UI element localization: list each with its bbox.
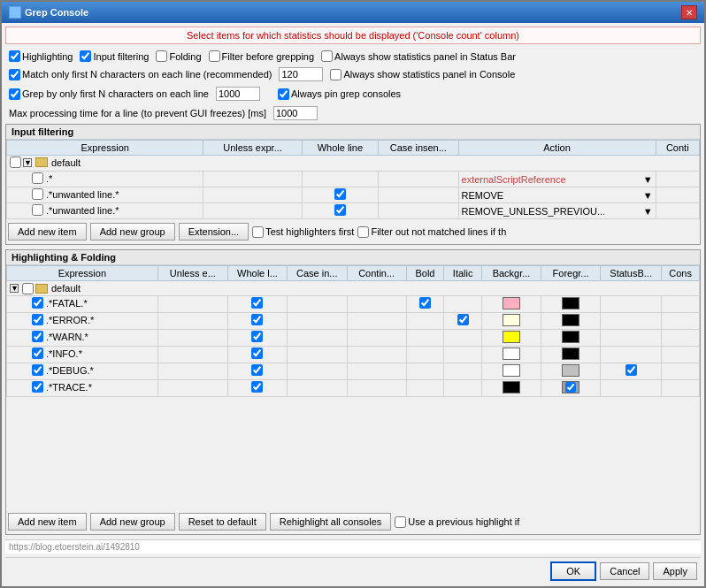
input-whole-3 [302,203,378,219]
highlighting-title: Highlighting & Folding [6,250,700,265]
app-icon [9,6,21,19]
always-show-console-label: Always show statistics panel in Console [343,69,515,80]
hl-fg-color-fatal[interactable] [562,297,579,309]
hl-col-cons: Cons [662,266,700,281]
add-new-group-hl-button[interactable]: Add new group [90,513,175,531]
hl-enabled-trace[interactable] [32,381,43,393]
match-first-n-input[interactable] [279,67,323,81]
hl-fg-color-debug[interactable] [562,364,579,377]
hl-expr-fatal: .*FATAL.* [7,295,158,312]
ok-button[interactable]: OK [550,561,596,581]
input-enabled-1[interactable] [32,172,43,184]
hl-group-enabled[interactable] [22,283,34,294]
hl-fg-trace-check[interactable] [565,382,576,393]
grep-first-n-input[interactable] [216,87,260,101]
input-action-dropdown-1[interactable]: ▼ [643,174,653,185]
highlighting-checkbox[interactable] [9,50,20,62]
hl-contin-fatal [347,295,406,312]
test-highlighters-label: Test highlighters first [265,226,354,237]
always-show-status-checkbox[interactable] [321,50,333,62]
grep-first-n-checkbox[interactable] [9,88,20,100]
hl-bg-color-debug[interactable] [503,364,520,377]
hl-row-debug: .*DEBUG.* [7,363,700,379]
hl-case-warn [287,329,347,346]
extension-button[interactable]: Extension... [179,223,249,241]
hl-whole-trace [227,379,287,396]
always-show-console-checkbox[interactable] [330,69,341,80]
highlighting-label: Highlighting [22,51,73,62]
hl-expr-text-warn: .*WARN.* [46,332,88,342]
hl-enabled-fatal[interactable] [32,297,43,309]
hl-cons-trace [662,379,700,396]
input-filtering-checkbox[interactable] [80,50,91,62]
hl-enabled-error[interactable] [32,314,43,325]
expand-icon[interactable]: ▼ [23,158,32,167]
hl-col-bg: Backgr... [482,266,541,281]
hl-fg-warn [541,329,601,346]
input-enabled-3[interactable] [32,204,43,216]
grep-first-n-checkbox-item: Grep by only first N characters on each … [9,88,209,100]
hl-enabled-warn[interactable] [32,331,43,342]
reset-to-default-button[interactable]: Reset to default [179,513,266,531]
hl-statusb-trace [601,379,662,396]
always-pin-checkbox[interactable] [278,88,289,100]
input-expr-3: .*unwanted line.* [7,203,203,219]
input-expr-text-3: .*unwanted line.* [46,205,119,216]
hl-bg-color-info[interactable] [503,347,520,360]
input-action-dropdown-3[interactable]: ▼ [643,206,653,217]
hl-italic-error [444,312,482,329]
highlighting-table-container: Expression Unless e... Whole l... Case i… [6,265,700,509]
add-new-item-input-button[interactable]: Add new item [8,223,87,241]
hl-italic-warn [444,329,482,346]
hl-enabled-debug[interactable] [32,364,43,376]
hl-col-bold: Bold [406,266,444,281]
hl-fg-color-warn[interactable] [562,331,579,343]
input-unless-1 [203,172,302,187]
hl-cons-warn [662,329,700,346]
bottom-btn-row: OK Cancel Apply [5,557,701,583]
processing-input[interactable] [273,106,318,120]
hl-statusb-warn [601,329,662,346]
filter-not-matched-checkbox[interactable] [357,226,369,238]
hl-statusb-debug [601,363,662,379]
match-first-n-checkbox[interactable] [9,69,20,80]
add-new-group-input-button[interactable]: Add new group [90,223,175,241]
input-filtering-label: Input filtering [93,51,149,62]
apply-button[interactable]: Apply [653,562,697,580]
hl-expand-icon[interactable]: ▼ [10,284,19,293]
cancel-button[interactable]: Cancel [600,562,649,580]
input-unless-3 [203,203,302,219]
rehighlight-button[interactable]: Rehighlight all consoles [270,513,392,531]
use-previous-hl-checkbox[interactable] [395,516,406,528]
hl-fg-color-trace[interactable] [562,381,579,393]
hl-row-error: .*ERROR.* [7,312,700,329]
input-group-enabled[interactable] [10,157,21,168]
hl-bg-color-error[interactable] [503,314,520,326]
hl-fg-info [541,346,601,363]
hl-group-row: ▼ default [7,281,700,296]
input-expr-1: .* [7,172,203,187]
filter-before-checkbox[interactable] [209,50,220,62]
close-button[interactable]: ✕ [681,5,697,19]
folding-checkbox[interactable] [156,50,167,62]
hl-fg-color-error[interactable] [562,314,579,326]
hl-fg-color-info[interactable] [562,347,579,360]
grep-console-window: Grep Console ✕ Select items for which st… [0,0,706,588]
input-case-3 [379,203,458,219]
input-row-1: .* externalScriptReference ▼ [7,172,700,187]
input-action-dropdown-2[interactable]: ▼ [643,190,653,201]
add-new-item-hl-button[interactable]: Add new item [8,513,87,531]
hl-bg-color-trace[interactable] [503,381,520,393]
test-highlighters-checkbox[interactable] [252,226,264,238]
hl-whole-error [227,312,287,329]
hl-row-fatal: .*FATAL.* [7,295,700,312]
hl-bg-color-warn[interactable] [503,331,520,343]
hl-bg-color-fatal[interactable] [503,297,520,309]
hl-enabled-info[interactable] [32,347,43,359]
col-whole-header: Whole line [302,141,378,156]
input-action-text-1: externalScriptReference [462,174,566,185]
always-show-status-label: Always show statistics panel in Status B… [334,51,516,62]
input-enabled-2[interactable] [32,188,43,200]
input-expr-text-1: .* [46,173,52,184]
hl-case-debug [287,363,347,379]
